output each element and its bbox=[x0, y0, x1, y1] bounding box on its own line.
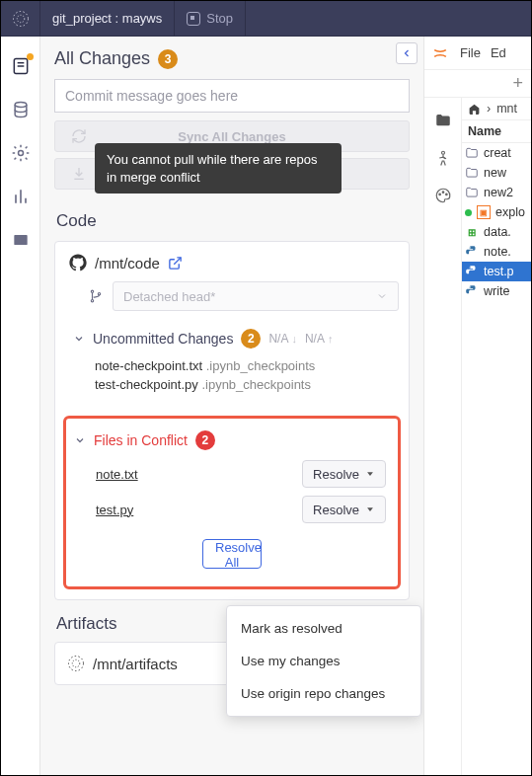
resolve-menu: Mark as resolved Use my changes Use orig… bbox=[226, 605, 421, 717]
svg-point-15 bbox=[98, 293, 100, 295]
resolve-button[interactable]: Resolve bbox=[302, 460, 386, 488]
file-row[interactable]: note. bbox=[462, 242, 531, 262]
file-row[interactable]: new2 bbox=[462, 183, 531, 202]
download-icon bbox=[71, 166, 87, 182]
artifacts-path-text: /mnt/artifacts bbox=[93, 656, 178, 672]
chevron-down-icon bbox=[376, 290, 388, 302]
resolve-button[interactable]: Resolve bbox=[302, 496, 386, 523]
home-icon bbox=[468, 103, 481, 116]
menu-edit[interactable]: Ed bbox=[491, 45, 506, 60]
file-name: new2 bbox=[484, 186, 513, 199]
running-icon[interactable] bbox=[434, 149, 452, 167]
branch-select[interactable]: Detached head* bbox=[113, 281, 399, 311]
svg-point-18 bbox=[69, 657, 84, 671]
file-name: explo bbox=[495, 205, 525, 219]
jupyter-icon[interactable] bbox=[430, 43, 450, 63]
breadcrumb[interactable]: › mnt bbox=[462, 98, 531, 119]
menu-use-origin-changes[interactable]: Use origin repo changes bbox=[227, 677, 420, 710]
branch-row: Detached head* bbox=[89, 281, 399, 311]
uncommitted-file-row[interactable]: test-checkpoint.py .ipynb_checkpoints bbox=[95, 377, 399, 392]
rail-settings-icon[interactable] bbox=[11, 143, 31, 163]
resolve-label: Resolve bbox=[313, 503, 359, 517]
rail-database-icon[interactable] bbox=[11, 100, 31, 119]
rail-changes-icon[interactable] bbox=[11, 56, 31, 76]
file-name: test.p bbox=[484, 265, 514, 278]
file-row[interactable]: ⊞data. bbox=[462, 222, 531, 242]
rail-card-icon[interactable] bbox=[11, 230, 31, 250]
folder-icon bbox=[465, 146, 479, 160]
code-heading: Code bbox=[56, 211, 410, 231]
svg-point-22 bbox=[442, 192, 444, 194]
svg-point-1 bbox=[17, 15, 25, 23]
git-branch-icon bbox=[89, 289, 103, 303]
repo-card: /mnt/code Detached head* Uncommitt bbox=[54, 241, 410, 600]
conflict-file-name[interactable]: test.py bbox=[96, 503, 133, 517]
file-row[interactable]: test.p bbox=[462, 262, 531, 281]
stop-icon bbox=[187, 12, 200, 26]
external-link-icon[interactable] bbox=[168, 256, 183, 271]
file-name: data. bbox=[484, 225, 511, 239]
repo-path-row: /mnt/code bbox=[65, 254, 399, 272]
csv-icon: ⊞ bbox=[465, 225, 479, 239]
svg-point-13 bbox=[91, 290, 93, 292]
file-name: test-checkpoint.py bbox=[95, 377, 198, 392]
menu-use-my-changes[interactable]: Use my changes bbox=[227, 645, 420, 677]
folder-icon[interactable] bbox=[434, 112, 452, 129]
file-browser: › mnt Name creatnewnew2▣explo⊞data.note.… bbox=[462, 98, 531, 775]
stop-button[interactable]: Stop bbox=[175, 1, 246, 37]
file-row[interactable]: write bbox=[462, 281, 531, 301]
add-button[interactable]: + bbox=[512, 73, 523, 94]
resolved-all-label: Resolved All bbox=[215, 540, 262, 569]
conflict-count: 2 bbox=[195, 430, 215, 450]
file-dir: .ipynb_checkpoints bbox=[206, 358, 316, 373]
menu-mark-resolved[interactable]: Mark as resolved bbox=[227, 612, 420, 645]
conflict-section: Files in Conflict 2 note.txt Resolve tes… bbox=[63, 416, 401, 589]
right-menubar: File Ed bbox=[424, 37, 531, 70]
all-changes-label: All Changes bbox=[54, 48, 150, 69]
resolved-all-button[interactable]: Resolved All bbox=[202, 539, 262, 569]
all-changes-count: 3 bbox=[158, 49, 178, 69]
all-changes-heading: All Changes 3 bbox=[54, 48, 410, 69]
uncommitted-title: Uncommitted Changes bbox=[93, 331, 233, 347]
conflict-file-name[interactable]: note.txt bbox=[96, 467, 138, 482]
python-icon bbox=[465, 265, 479, 278]
file-row[interactable]: ▣explo bbox=[462, 202, 531, 222]
uncommitted-file-row[interactable]: note-checkpoint.txt .ipynb_checkpoints bbox=[95, 358, 399, 373]
left-icon-rail bbox=[1, 37, 40, 775]
project-title[interactable]: git_project : mayws bbox=[40, 1, 175, 37]
uncommitted-header[interactable]: Uncommitted Changes 2 N/A↓ N/A↑ bbox=[73, 329, 399, 349]
top-bar: git_project : mayws Stop bbox=[1, 1, 531, 37]
conflict-file-row: test.py Resolve bbox=[96, 496, 386, 523]
stop-label: Stop bbox=[206, 11, 233, 26]
right-icon-rail bbox=[424, 98, 462, 775]
running-dot-icon bbox=[465, 209, 472, 216]
python-icon bbox=[465, 245, 479, 259]
conflict-header[interactable]: Files in Conflict 2 bbox=[74, 430, 390, 450]
center-panel: All Changes 3 Sync All Changes Pull All … bbox=[40, 37, 424, 775]
file-row[interactable]: creat bbox=[462, 143, 531, 163]
commit-message-input[interactable] bbox=[54, 79, 410, 113]
svg-line-12 bbox=[174, 257, 181, 264]
sync-icon bbox=[71, 128, 87, 144]
svg-point-20 bbox=[441, 151, 444, 154]
folder-icon bbox=[465, 186, 479, 199]
spiral-icon bbox=[67, 655, 85, 672]
file-name: new bbox=[484, 166, 506, 180]
caret-down-icon bbox=[365, 504, 375, 514]
caret-down-icon bbox=[365, 469, 375, 479]
rail-stats-icon[interactable] bbox=[11, 187, 31, 206]
file-header-name[interactable]: Name bbox=[462, 119, 531, 143]
outgoing-count: N/A↑ bbox=[305, 332, 334, 346]
collapse-panel-button[interactable] bbox=[396, 42, 418, 64]
svg-rect-10 bbox=[14, 235, 27, 245]
repo-path-text: /mnt/code bbox=[95, 255, 160, 272]
chevron-down-icon bbox=[74, 434, 86, 446]
menu-file[interactable]: File bbox=[460, 45, 481, 60]
pull-disabled-tooltip: You cannot pull while there are repos in… bbox=[95, 143, 342, 194]
resolve-label: Resolve bbox=[313, 467, 359, 482]
palette-icon[interactable] bbox=[434, 187, 452, 204]
branch-select-label: Detached head* bbox=[123, 289, 215, 304]
file-row[interactable]: new bbox=[462, 163, 531, 183]
file-name: note. bbox=[484, 245, 511, 259]
app-logo[interactable] bbox=[1, 1, 40, 37]
